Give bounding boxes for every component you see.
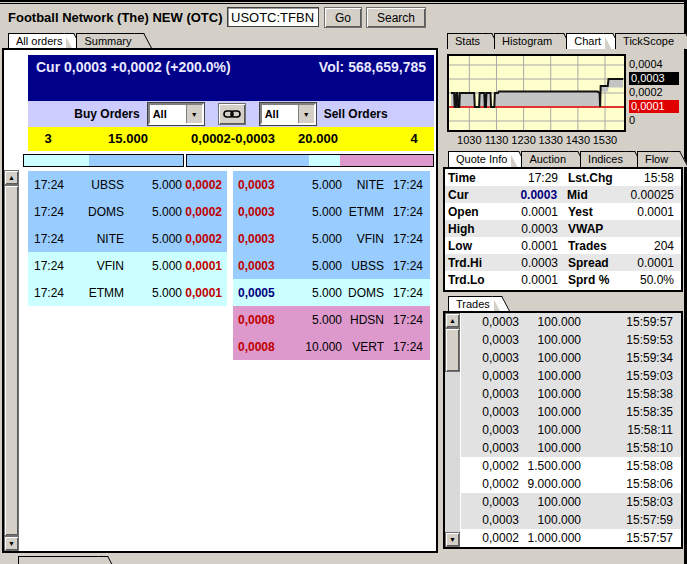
chart-plot-area [447,54,626,132]
depth-segment [24,155,89,166]
orderbook-tabs: All orders Summary [8,33,146,49]
quote-tabs: Quote Info Auction Indices Flow [448,151,682,167]
trades-tabs: Trades [448,296,504,312]
sell-orders-list: 0,00035.000NITE17:24 0,00035.000ETMM17:2… [233,171,430,360]
trade-row[interactable]: 0,0003100.00015:58:38 [461,385,681,403]
sell-total-size: 20.000 [278,131,358,146]
trade-row[interactable]: 0,0003100.00015:58:35 [461,403,681,421]
sell-orders-label: Sell Orders [324,107,388,121]
depth-segment [89,155,183,166]
sell-order-row[interactable]: 0,000810.000VERT17:24 [233,333,430,360]
tab-histogram[interactable]: Histogram [494,33,556,49]
buy-total-size: 15.000 [88,131,168,146]
analysis-tabs: Stats Histogram Chart TickScope [447,33,687,49]
depth-segment [309,155,340,166]
quote-row: Trd.Lo0.0001Sprd %50.0% [445,271,681,288]
chart-y-tick-label: 0,0003 [629,72,679,85]
buy-order-row[interactable]: 17:24ETMM5.0000,0001 [28,279,227,306]
tab-all-orders[interactable]: All orders [8,33,66,49]
depth-segment [340,155,433,166]
buy-orders-list: 17:24UBSS5.0000,0002 17:24DOMS5.0000,000… [28,171,227,306]
tab-chart[interactable]: Chart [566,33,605,49]
link-filters-button[interactable] [218,103,246,125]
orderbook-scrollbar[interactable]: ▲ ▼ [4,170,19,551]
chevron-down-icon[interactable]: ▼ [298,105,314,123]
tab-summary[interactable]: Summary [76,33,135,49]
sell-order-row[interactable]: 0,00035.000ETMM17:24 [233,198,430,225]
chart-x-tick-label: 1330 [537,134,565,146]
tab-flow[interactable]: Flow [637,151,672,167]
sell-order-row[interactable]: 0,00035.000UBSS17:24 [233,252,430,279]
chart-y-tick-label: 0,0002 [629,86,679,99]
tab-trades[interactable]: Trades [448,296,494,312]
window-top-edge-line [0,3,687,4]
buy-order-row[interactable]: 17:24UBSS5.0000,0002 [28,171,227,198]
tab-stats[interactable]: Stats [447,33,484,49]
tab-auction[interactable]: Auction [521,151,570,167]
sell-filter-select[interactable]: All ▼ [260,103,316,125]
bottom-partial-tab[interactable] [18,556,114,564]
quote-row: Trd.Hi0.0003Spread0.0001 [445,254,681,271]
chevron-down-icon[interactable]: ▼ [186,105,202,123]
buy-order-row[interactable]: 17:24VFIN5.0000,0001 [28,252,227,279]
trades-scrollbar[interactable]: ▲ ▼ [445,313,460,547]
price-header: Cur 0,0003 +0,0002 (+200.0%) Vol: 568,65… [28,55,434,101]
tab-tickscope[interactable]: TickScope [615,33,678,49]
trade-row[interactable]: 0,0003100.00015:58:03 [461,493,681,511]
trade-row[interactable]: 0,00029.000.00015:58:06 [461,475,681,493]
buy-order-row[interactable]: 17:24NITE5.0000,0002 [28,225,227,252]
sell-order-count: 4 [394,131,434,146]
sell-order-row[interactable]: 0,00035.000NITE17:24 [233,171,430,198]
quote-row: High0.0003VWAP [445,220,681,237]
chart-x-tick-label: 1030 [455,134,483,146]
intraday-chart: 00,00010,00020,00030,0004103011301230133… [447,54,683,148]
scroll-up-icon[interactable]: ▲ [4,170,19,185]
order-filter-row: Buy Orders All ▼ All ▼ Sell Orders [28,101,434,127]
book-summary-row: 3 15.000 0,0002-0,0003 20.000 4 [28,127,434,151]
trade-row[interactable]: 0,0003100.00015:58:10 [461,439,681,457]
current-price-value: 0.0003 [506,188,558,202]
trade-row[interactable]: 0,0003100.00015:59:03 [461,367,681,385]
chart-y-tick-label: 0,0004 [629,58,679,71]
sell-order-row[interactable]: 0,00035.000VFIN17:24 [233,225,430,252]
tab-indices[interactable]: Indices [580,151,627,167]
security-title: Football Network (The) NEW (OTC) [8,10,222,25]
scrollbar-thumb[interactable] [445,328,460,372]
trade-row[interactable]: 0,0003100.00015:59:57 [461,313,681,331]
chart-x-tick-label: 1530 [591,134,619,146]
symbol-input[interactable] [227,7,319,27]
buy-order-row[interactable]: 17:24DOMS5.0000,0002 [28,198,227,225]
search-button[interactable]: Search [366,7,426,28]
tab-quote-info[interactable]: Quote Info [448,151,511,167]
chart-y-tick-label: 0 [629,114,679,127]
chart-x-tick-label: 1430 [564,134,592,146]
chart-x-tick-label: 1130 [482,134,510,146]
buy-orders-label: Buy Orders [74,107,139,121]
trade-row[interactable]: 0,0003100.00015:57:59 [461,511,681,529]
scroll-up-icon[interactable]: ▲ [445,313,460,328]
scroll-down-icon[interactable]: ▼ [445,532,460,547]
quote-info-panel: Time17:29Lst.Chg15:58 Cur0.0003Mid0.0002… [443,167,683,292]
go-button[interactable]: Go [324,7,362,28]
current-price-line: Cur 0,0003 +0,0002 (+200.0%) [36,59,231,75]
chart-x-tick-label: 1230 [510,134,538,146]
sell-order-row[interactable]: 0,00055.000DOMS17:24 [233,279,430,306]
quote-row: Cur0.0003Mid0.00025 [445,186,681,203]
sell-order-row[interactable]: 0,00085.000HDSN17:24 [233,306,430,333]
volume-line: Vol: 568,659,785 [319,59,426,75]
trade-row[interactable]: 0,00021.000.00015:57:57 [461,529,681,547]
trading-terminal-window: { "window": { "title": "Football Network… [0,0,687,564]
scroll-down-icon[interactable]: ▼ [4,536,19,551]
trades-list: 0,0003100.00015:59:57 0,0003100.00015:59… [461,313,681,547]
buy-filter-select[interactable]: All ▼ [148,103,204,125]
scrollbar-thumb[interactable] [4,185,19,536]
trade-row[interactable]: 0,00021.500.00015:58:08 [461,457,681,475]
sell-depth-bar [186,154,434,167]
quote-row: Open0.0001Yest0.0001 [445,203,681,220]
trade-row[interactable]: 0,0003100.00015:59:53 [461,331,681,349]
window-top-edge [0,0,687,2]
buy-depth-bar [23,154,184,167]
trade-row[interactable]: 0,0003100.00015:59:34 [461,349,681,367]
trade-row[interactable]: 0,0003100.00015:58:11 [461,421,681,439]
quote-row: Time17:29Lst.Chg15:58 [445,169,681,186]
